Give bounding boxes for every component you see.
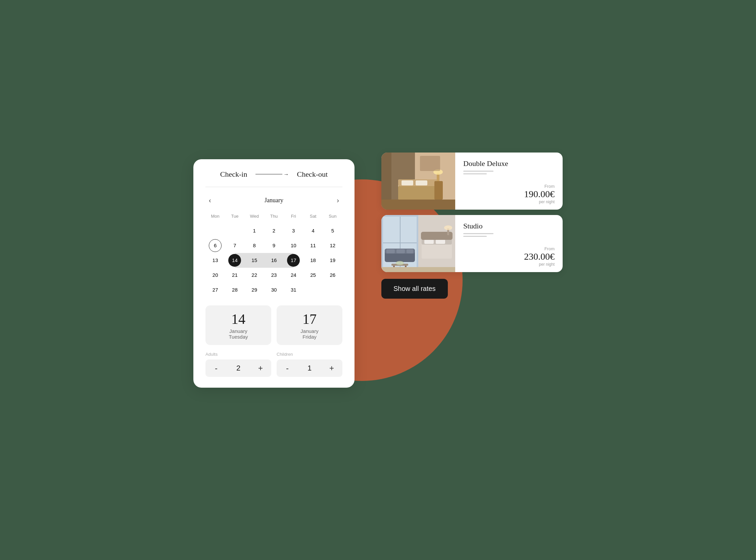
cal-cell[interactable]: 26 — [323, 268, 342, 282]
room-card-studio[interactable]: Studio From 230.00€ per night — [381, 215, 563, 272]
svg-rect-32 — [436, 240, 445, 244]
next-month-button[interactable]: › — [333, 195, 342, 205]
day-28[interactable]: 28 — [228, 283, 241, 296]
cal-cell[interactable]: 8 — [245, 238, 264, 253]
cal-cell[interactable]: 6 — [206, 238, 225, 253]
day-18[interactable]: 18 — [307, 254, 320, 267]
calendar-week-row: 27 28 29 30 31 — [206, 282, 342, 297]
cal-cell[interactable]: 24 — [284, 268, 303, 282]
day-8[interactable]: 8 — [248, 239, 261, 252]
day-27[interactable]: 27 — [209, 283, 222, 296]
checkout-label[interactable]: Check-out — [297, 170, 328, 179]
checkin-date-box[interactable]: 14 January Tuesday — [206, 305, 271, 345]
checkin-header: Check-in → Check-out — [206, 170, 342, 187]
room-card-deluxe[interactable]: Double Deluxe From 190.00€ per night — [381, 153, 563, 209]
svg-rect-36 — [381, 267, 455, 272]
cal-cell[interactable]: 7 — [225, 238, 245, 253]
cal-cell-range-end[interactable]: 17 — [284, 253, 303, 268]
col-sat: Sat — [303, 212, 322, 223]
day-24[interactable]: 24 — [287, 269, 300, 281]
cal-cell[interactable]: 2 — [264, 223, 284, 238]
adults-label: Adults — [206, 352, 271, 357]
day-7[interactable]: 7 — [228, 239, 241, 252]
show-rates-button[interactable]: Show all rates — [381, 279, 448, 299]
checkin-weekday: Tuesday — [211, 334, 266, 340]
cal-cell[interactable]: 9 — [264, 238, 284, 253]
cal-cell[interactable]: 27 — [206, 282, 225, 297]
checkout-weekday: Friday — [282, 334, 337, 340]
cal-cell[interactable]: 3 — [284, 223, 303, 238]
cal-cell-range-start[interactable]: 14 — [225, 253, 245, 268]
children-plus-button[interactable]: + — [326, 363, 337, 374]
day-20[interactable]: 20 — [209, 269, 222, 281]
cal-cell[interactable]: 12 — [323, 238, 342, 253]
day-31[interactable]: 31 — [287, 283, 300, 296]
cal-cell[interactable]: 13 — [206, 253, 225, 268]
arrow-divider: → — [255, 171, 289, 177]
cal-cell-in-range[interactable]: 16 — [264, 253, 284, 268]
cal-cell[interactable]: 19 — [323, 253, 342, 268]
cal-cell[interactable]: 11 — [303, 238, 322, 253]
day-22[interactable]: 22 — [248, 269, 261, 281]
day-14[interactable]: 14 — [228, 254, 241, 267]
cal-cell-in-range[interactable]: 15 — [245, 253, 264, 268]
cal-cell[interactable]: 1 — [245, 223, 264, 238]
children-minus-button[interactable]: - — [282, 363, 293, 374]
cal-cell[interactable]: 23 — [264, 268, 284, 282]
day-6[interactable]: 6 — [209, 239, 222, 252]
calendar-week-row: 6 7 8 9 10 11 12 — [206, 238, 342, 253]
day-5[interactable]: 5 — [326, 224, 339, 237]
day-2[interactable]: 2 — [268, 224, 280, 237]
cal-cell[interactable]: 5 — [323, 223, 342, 238]
cal-cell[interactable]: 31 — [284, 282, 303, 297]
cal-cell[interactable]: 21 — [225, 268, 245, 282]
day-23[interactable]: 23 — [268, 269, 280, 281]
calendar-week-row: 20 21 22 23 24 25 26 — [206, 268, 342, 282]
cal-cell[interactable]: 10 — [284, 238, 303, 253]
day-17[interactable]: 17 — [287, 254, 300, 267]
adults-plus-button[interactable]: + — [255, 363, 266, 374]
cal-cell[interactable]: 20 — [206, 268, 225, 282]
col-wed: Wed — [245, 212, 264, 223]
cal-cell[interactable]: 22 — [245, 268, 264, 282]
day-10[interactable]: 10 — [287, 239, 300, 252]
svg-rect-13 — [420, 156, 440, 171]
cal-cell[interactable]: 30 — [264, 282, 284, 297]
calendar-card: Check-in → Check-out ‹ January › Mon Tue… — [193, 159, 355, 388]
cal-cell[interactable]: 18 — [303, 253, 322, 268]
checkin-label[interactable]: Check-in — [220, 170, 247, 179]
cal-cell[interactable]: 4 — [303, 223, 322, 238]
adults-minus-button[interactable]: - — [211, 363, 222, 374]
day-16[interactable]: 16 — [268, 254, 280, 267]
prev-month-button[interactable]: ‹ — [206, 195, 214, 205]
day-4[interactable]: 4 — [307, 224, 320, 237]
cal-cell-empty — [206, 223, 225, 238]
room-price-studio: 230.00€ — [463, 251, 554, 262]
desc-line-2 — [463, 173, 487, 174]
day-25[interactable]: 25 — [307, 269, 320, 281]
cal-cell[interactable]: 29 — [245, 282, 264, 297]
day-11[interactable]: 11 — [307, 239, 320, 252]
day-19[interactable]: 19 — [326, 254, 339, 267]
checkout-day: 17 — [282, 312, 337, 326]
day-9[interactable]: 9 — [268, 239, 280, 252]
day-21[interactable]: 21 — [228, 269, 241, 281]
day-1[interactable]: 1 — [248, 224, 261, 237]
day-30[interactable]: 30 — [268, 283, 280, 296]
cal-cell[interactable]: 25 — [303, 268, 322, 282]
day-13[interactable]: 13 — [209, 254, 222, 267]
day-3[interactable]: 3 — [287, 224, 300, 237]
calendar-week-row: 1 2 3 4 5 — [206, 223, 342, 238]
col-fri: Fri — [284, 212, 303, 223]
day-15[interactable]: 15 — [248, 254, 261, 267]
col-mon: Mon — [206, 212, 225, 223]
checkout-date-box[interactable]: 17 January Friday — [277, 305, 342, 345]
svg-point-28 — [396, 261, 404, 265]
room-image-svg-studio — [381, 215, 455, 272]
room-desc-studio — [463, 233, 554, 237]
day-12[interactable]: 12 — [326, 239, 339, 252]
col-tue: Tue — [225, 212, 245, 223]
day-29[interactable]: 29 — [248, 283, 261, 296]
cal-cell[interactable]: 28 — [225, 282, 245, 297]
day-26[interactable]: 26 — [326, 269, 339, 281]
